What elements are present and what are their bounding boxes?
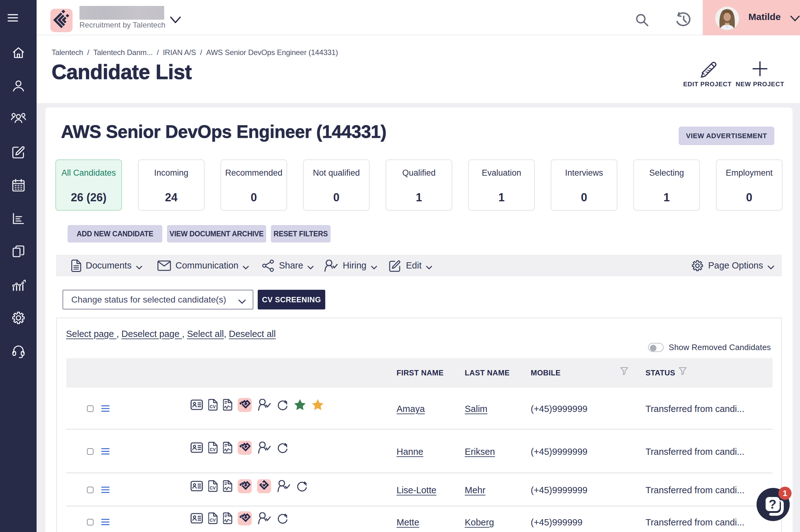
svg-text:CV: CV [210, 447, 216, 452]
svg-text:CV: CV [210, 486, 216, 490]
svg-text:CV: CV [210, 404, 216, 409]
svg-text:?: ? [769, 497, 776, 511]
svg-text:CV: CV [210, 518, 216, 522]
